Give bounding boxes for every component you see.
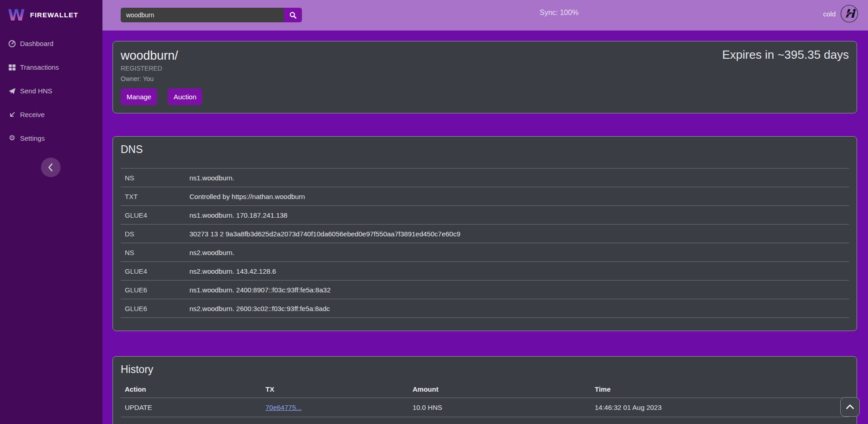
dns-record-value: Controlled by https://nathan.woodburn	[189, 193, 849, 200]
sidebar-item-label: Send HNS	[20, 87, 52, 95]
dns-record-row: TXT Controlled by https://nathan.woodbur…	[121, 187, 849, 205]
sidebar-item-label: Dashboard	[20, 40, 53, 47]
scroll-to-top-button[interactable]	[840, 397, 860, 417]
history-col-time: Time	[595, 385, 849, 393]
history-header-row: Action TX Amount Time	[121, 380, 849, 398]
domain-card: woodburn/ REGISTERED Owner: You Manage A…	[112, 41, 857, 113]
history-row: RENEW dfb4a2... 10.0 HNS 15:45:36 07 Jul…	[121, 417, 849, 424]
dns-record-type: GLUE4	[125, 211, 189, 219]
domain-actions: Manage Auction	[121, 88, 849, 105]
domain-expiry: Expires in ~395.35 days	[722, 48, 849, 62]
sidebar-item-label: Transactions	[20, 63, 59, 71]
chevron-up-icon	[841, 397, 859, 417]
dns-table: NS ns1.woodburn. TXT Controlled by https…	[121, 168, 849, 318]
history-col-action: Action	[125, 385, 266, 393]
manage-button[interactable]: Manage	[121, 88, 157, 105]
dns-record-value: ns2.woodburn. 143.42.128.6	[189, 267, 849, 275]
handshake-logo-icon: H	[840, 5, 858, 23]
brand-header: W FIREWALLET	[0, 0, 102, 29]
dns-record-row: NS ns1.woodburn.	[121, 168, 849, 187]
svg-text:H: H	[845, 7, 856, 20]
history-col-tx: TX	[266, 385, 413, 393]
dns-record-value: 30273 13 2 9a3a8fb3d625d2a2073d740f10da6…	[189, 230, 849, 238]
sidebar-item-transactions[interactable]: Transactions	[0, 55, 102, 79]
main-content: woodburn/ REGISTERED Owner: You Manage A…	[102, 31, 868, 424]
sidebar-item-label: Settings	[20, 134, 45, 142]
sidebar-item-label: Receive	[20, 111, 45, 118]
dns-record-value: ns2.woodburn.	[189, 249, 849, 256]
dns-record-row: DS 30273 13 2 9a3a8fb3d625d2a2073d740f10…	[121, 224, 849, 243]
gear-icon: ⚙	[8, 134, 16, 142]
sidebar-item-dashboard[interactable]: Dashboard	[0, 31, 102, 55]
dns-card: DNS NS ns1.woodburn. TXT Controlled by h…	[112, 136, 857, 331]
history-card: History Action TX Amount Time UPDATE 70e…	[112, 356, 857, 424]
sync-status: Sync: 100%	[540, 0, 578, 26]
sidebar-collapse-button[interactable]	[41, 158, 61, 177]
dns-record-type: NS	[125, 174, 189, 182]
table-icon	[8, 63, 16, 71]
firewallet-logo-icon: W	[8, 6, 25, 23]
wallet-name: cold	[823, 10, 836, 18]
dns-record-type: GLUE6	[125, 286, 189, 294]
domain-status: REGISTERED	[121, 65, 849, 72]
dns-record-type: DS	[125, 230, 189, 238]
wallet-account[interactable]: cold H	[823, 0, 858, 27]
chevron-left-icon	[41, 158, 61, 177]
sidebar-item-receive[interactable]: Receive	[0, 102, 102, 126]
search-input[interactable]	[121, 8, 284, 22]
dns-record-value: ns1.woodburn. 170.187.241.138	[189, 211, 849, 219]
search-icon	[289, 11, 297, 19]
dns-record-row: GLUE4 ns2.woodburn. 143.42.128.6	[121, 261, 849, 280]
app-window: W FIREWALLET Dashboard Transactions	[0, 0, 868, 424]
history-amount: 10.0 HNS	[413, 404, 595, 411]
history-col-amount: Amount	[413, 385, 595, 393]
receive-arrow-icon	[8, 111, 16, 118]
paper-plane-icon	[8, 87, 16, 95]
history-title: History	[121, 363, 857, 376]
dns-record-row: NS ns2.woodburn.	[121, 243, 849, 261]
dns-record-type: NS	[125, 249, 189, 256]
sidebar-nav: Dashboard Transactions Send HNS Receive	[0, 31, 102, 150]
dns-record-type: TXT	[125, 193, 189, 200]
dns-record-type: GLUE4	[125, 267, 189, 275]
topbar: Sync: 100% cold H	[102, 0, 868, 31]
auction-button[interactable]: Auction	[168, 88, 202, 105]
brand-name: FIREWALLET	[30, 11, 78, 19]
history-row: UPDATE 70e64775... 10.0 HNS 14:46:32 01 …	[121, 398, 849, 417]
history-action: UPDATE	[125, 404, 266, 411]
dns-record-row: GLUE4 ns1.woodburn. 170.187.241.138	[121, 205, 849, 224]
search-button[interactable]	[284, 8, 302, 22]
dns-record-type: GLUE6	[125, 305, 189, 312]
dns-record-value: ns1.woodburn. 2400:8907::f03c:93ff:fe5a:…	[189, 286, 849, 294]
dns-record-row: GLUE6 ns1.woodburn. 2400:8907::f03c:93ff…	[121, 280, 849, 299]
history-time: 14:46:32 01 Aug 2023	[595, 404, 849, 411]
svg-text:W: W	[8, 6, 25, 23]
sidebar: W FIREWALLET Dashboard Transactions	[0, 0, 102, 424]
dns-record-row: GLUE6 ns2.woodburn. 2600:3c02::f03c:93ff…	[121, 299, 849, 317]
domain-owner: Owner: You	[121, 75, 849, 82]
tx-link[interactable]: 70e64775...	[266, 404, 301, 411]
search-bar	[121, 8, 302, 22]
sidebar-item-settings[interactable]: ⚙ Settings	[0, 126, 102, 150]
dns-title: DNS	[121, 143, 857, 156]
gauge-icon	[8, 40, 16, 47]
dns-record-value: ns1.woodburn.	[189, 174, 849, 182]
dns-record-value: ns2.woodburn. 2600:3c02::f03c:93ff:fe5a:…	[189, 305, 849, 312]
sidebar-item-send-hns[interactable]: Send HNS	[0, 79, 102, 102]
history-table: Action TX Amount Time UPDATE 70e64775...…	[121, 380, 849, 424]
